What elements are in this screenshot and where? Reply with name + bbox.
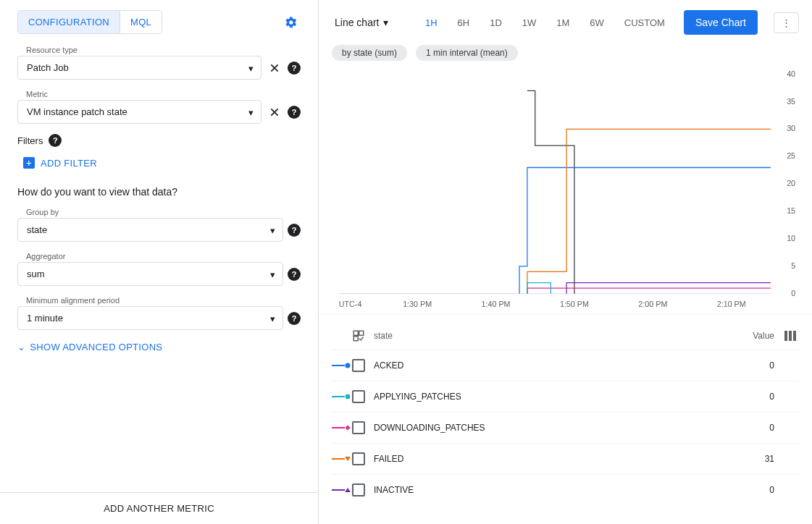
metric-label: Metric — [17, 90, 301, 98]
time-range-1m[interactable]: 1M — [548, 12, 578, 34]
svg-text:1:50 PM: 1:50 PM — [560, 300, 589, 308]
legend-header-value[interactable]: Value — [731, 331, 774, 341]
svg-rect-28 — [345, 425, 350, 430]
time-range-6h[interactable]: 6H — [449, 12, 479, 34]
svg-text:40: 40 — [787, 69, 795, 78]
svg-text:25: 25 — [787, 151, 795, 160]
svg-text:10: 10 — [787, 234, 795, 242]
svg-text:0: 0 — [791, 289, 795, 297]
resource-type-label: Resource type — [17, 46, 301, 54]
aggregator-select[interactable]: sum ▾ — [17, 262, 283, 286]
chip: 1 min interval (mean) — [416, 45, 518, 61]
series-checkbox[interactable] — [352, 390, 365, 403]
help-icon[interactable]: ? — [288, 268, 301, 281]
chevron-down-icon: ▾ — [270, 313, 275, 324]
time-range-1w[interactable]: 1W — [514, 12, 545, 34]
svg-text:20: 20 — [787, 179, 795, 187]
svg-rect-20 — [353, 331, 358, 335]
legend-header-state[interactable]: state — [374, 331, 731, 341]
series-name: ACKED — [374, 360, 731, 371]
chevron-down-icon: ▾ — [270, 224, 275, 235]
legend-row[interactable]: DOWNLOADING_PATCHES0 — [332, 412, 799, 443]
show-advanced-label: SHOW ADVANCED OPTIONS — [30, 342, 162, 352]
chart-type-select[interactable]: Line chart ▾ — [332, 12, 391, 33]
svg-text:5: 5 — [791, 261, 795, 270]
series-marker-icon — [332, 424, 352, 431]
chart-type-label: Line chart — [335, 17, 379, 28]
groupby-label: Group by — [17, 208, 301, 216]
series-checkbox[interactable] — [352, 452, 365, 465]
plus-icon: + — [23, 157, 35, 169]
series-name: DOWNLOADING_PATCHES — [374, 423, 731, 433]
add-another-metric-button[interactable]: ADD ANOTHER METRIC — [0, 492, 318, 524]
series-value: 0 — [731, 360, 774, 371]
help-icon[interactable]: ? — [288, 312, 301, 325]
gear-icon[interactable] — [282, 13, 301, 32]
series-marker-icon — [332, 393, 352, 400]
legend-row[interactable]: ACKED0 — [332, 350, 799, 381]
series-name: FAILED — [374, 454, 731, 464]
help-icon[interactable]: ? — [49, 134, 62, 147]
aggregator-value: sum — [27, 269, 45, 279]
svg-rect-26 — [346, 394, 350, 399]
tab-configuration[interactable]: CONFIGURATION — [18, 11, 120, 33]
line-chart: 05101520253035401:30 PM1:40 PM1:50 PM2:0… — [332, 68, 799, 314]
series-checkbox[interactable] — [352, 359, 365, 372]
more-menu-icon[interactable]: ⋮ — [774, 12, 799, 33]
resource-type-select[interactable]: Patch Job ▾ — [17, 56, 261, 80]
legend-row[interactable]: APPLYING_PATCHES0 — [332, 381, 799, 412]
chevron-down-icon: ▾ — [248, 62, 254, 73]
groupby-value: state — [27, 224, 47, 235]
svg-text:2:00 PM: 2:00 PM — [638, 300, 667, 308]
series-marker-icon — [332, 486, 352, 494]
aggregator-label: Aggregator — [17, 252, 301, 261]
series-checkbox[interactable] — [352, 421, 365, 434]
filters-label: Filters — [17, 135, 43, 146]
help-icon[interactable]: ? — [288, 106, 301, 119]
svg-text:1:30 PM: 1:30 PM — [403, 300, 432, 308]
save-chart-button[interactable]: Save Chart — [684, 10, 758, 35]
alignment-value: 1 minute — [27, 313, 63, 324]
svg-rect-21 — [359, 331, 364, 335]
svg-text:2:10 PM: 2:10 PM — [717, 300, 746, 308]
alignment-select[interactable]: 1 minute ▾ — [17, 306, 283, 330]
add-filter-label: ADD FILTER — [41, 158, 97, 169]
chevron-down-icon: ⌄ — [17, 342, 25, 352]
chip: by state (sum) — [332, 45, 407, 61]
time-range-custom[interactable]: CUSTOM — [616, 12, 674, 34]
svg-marker-32 — [345, 488, 351, 492]
chevron-down-icon: ▾ — [248, 106, 254, 117]
clear-resource-icon[interactable] — [266, 59, 283, 77]
alignment-label: Minimum alignment period — [17, 296, 301, 305]
add-filter-button[interactable]: + ADD FILTER — [17, 154, 301, 172]
help-icon[interactable]: ? — [288, 224, 301, 237]
tab-mql[interactable]: MQL — [120, 11, 162, 33]
groupby-select[interactable]: state ▾ — [17, 218, 283, 242]
series-name: INACTIVE — [374, 485, 731, 495]
time-range-1d[interactable]: 1D — [481, 12, 511, 34]
time-range-selector: 1H6H1D1W1M6WCUSTOM — [417, 12, 674, 34]
series-value: 0 — [731, 485, 774, 495]
select-all-icon[interactable] — [352, 329, 365, 342]
svg-text:UTC-4: UTC-4 — [339, 300, 362, 308]
time-range-6w[interactable]: 6W — [581, 12, 613, 34]
svg-point-24 — [346, 363, 351, 368]
series-marker-icon — [332, 455, 352, 462]
legend-row[interactable]: FAILED31 — [332, 443, 799, 474]
metric-select[interactable]: VM instance patch state ▾ — [17, 100, 261, 124]
editor-tabs: CONFIGURATION MQL — [17, 10, 162, 34]
series-checkbox[interactable] — [352, 483, 365, 496]
series-value: 0 — [731, 423, 774, 433]
legend-row[interactable]: INACTIVE0 — [332, 474, 799, 505]
chevron-down-icon: ▾ — [383, 17, 388, 28]
svg-text:35: 35 — [787, 97, 795, 106]
svg-rect-22 — [353, 337, 358, 341]
svg-text:15: 15 — [787, 206, 795, 215]
resource-type-value: Patch Job — [27, 62, 69, 73]
show-advanced-button[interactable]: ⌄ SHOW ADVANCED OPTIONS — [17, 342, 301, 352]
time-range-1h[interactable]: 1H — [417, 12, 446, 34]
help-icon[interactable]: ? — [288, 62, 301, 75]
clear-metric-icon[interactable] — [266, 103, 283, 121]
columns-icon[interactable] — [782, 331, 799, 341]
metric-value: VM instance patch state — [27, 106, 127, 117]
